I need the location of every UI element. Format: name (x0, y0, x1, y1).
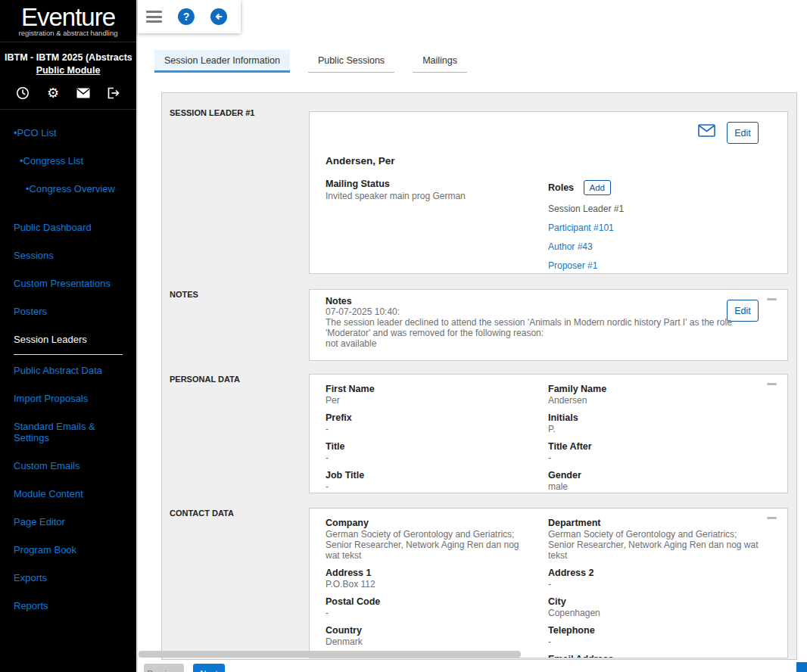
sidebar-item-custom-presentations[interactable]: Custom Presentations (0, 269, 136, 297)
scrollbar-corner-thumb[interactable] (796, 662, 807, 672)
field-value: Per (326, 395, 534, 406)
field-label: Prefix (326, 412, 534, 423)
field-label: Title (326, 441, 534, 452)
field-value: Denmark (326, 636, 534, 647)
session-leader-name: Andersen, Per (326, 155, 395, 166)
sidebar-item-program-book[interactable]: Program Book (0, 536, 136, 564)
field-value: German Society of Gerontology and Geriat… (326, 529, 534, 561)
mailing-status-label: Mailing Status (326, 179, 466, 189)
field-label: Department (548, 518, 762, 528)
signout-icon[interactable] (107, 86, 120, 100)
gear-icon[interactable]: ⚙ (46, 86, 60, 100)
sidebar-item-pco-list[interactable]: PCO List (0, 119, 136, 147)
field-label: Title After (548, 441, 762, 452)
field-value: male (548, 481, 762, 492)
sidebar-item-module-content[interactable]: Module Content (0, 480, 136, 508)
clock-icon[interactable] (16, 86, 30, 100)
edit-session-leader-button[interactable]: Edit (727, 122, 759, 144)
next-button[interactable]: Next (193, 664, 225, 672)
public-module-link[interactable]: Public Module (36, 65, 101, 76)
section-heading-contact-data: CONTACT DATA (170, 509, 234, 518)
field-value: - (326, 453, 534, 463)
back-button[interactable] (210, 8, 227, 25)
notes-reason: not available (326, 338, 763, 349)
sidebar-nav: PCO List Congress List Congress Overview… (0, 110, 136, 620)
field-label: City (548, 596, 762, 607)
previous-button[interactable]: Previous (144, 664, 184, 672)
top-toolbar: ? (138, 0, 241, 33)
collapse-icon[interactable] (767, 517, 777, 519)
role-participant-link[interactable]: Participant #101 (548, 222, 624, 233)
field-label: Country (326, 625, 534, 636)
field-label: Initials (548, 412, 762, 423)
sidebar-item-session-leaders[interactable]: Session Leaders (0, 325, 136, 353)
personal-data-card: First NamePer Prefix- Title- Job Title- … (309, 374, 788, 493)
sidebar-item-page-editor[interactable]: Page Editor (0, 508, 136, 536)
field-value: Andersen (548, 395, 762, 406)
sidebar-item-posters[interactable]: Posters (0, 297, 136, 325)
field-value: Copenhagen (548, 608, 762, 618)
arrow-left-icon (213, 11, 224, 22)
mailing-status-value: Invited speaker main prog German (326, 191, 466, 201)
field-value: P.O.Box 112 (326, 579, 534, 590)
sidebar: Eventure registration & abstract handlin… (0, 0, 136, 672)
field-value: - (548, 636, 762, 647)
sidebar-item-public-abstract-data[interactable]: Public Abstract Data (0, 356, 136, 384)
add-role-button[interactable]: Add (584, 180, 611, 195)
sidebar-item-reports[interactable]: Reports (0, 592, 136, 620)
notes-timestamp: 07-07-2025 10:40: (326, 306, 763, 317)
collapse-icon[interactable] (767, 298, 777, 300)
field-label: Email Address (548, 654, 762, 658)
logo-title: Eventure (0, 5, 136, 30)
roles-label: Roles (548, 182, 574, 193)
session-leader-card: Edit Andersen, Per Mailing Status Invite… (309, 111, 788, 274)
field-value: - (326, 481, 534, 492)
notes-body: The session leader declined to attend th… (326, 317, 763, 338)
app-logo: Eventure registration & abstract handlin… (0, 0, 136, 42)
horizontal-scrollbar-thumb[interactable] (139, 651, 521, 658)
field-label: Gender (548, 470, 762, 481)
collapse-icon[interactable] (767, 383, 777, 385)
field-label: First Name (326, 384, 534, 394)
field-label: Job Title (326, 470, 534, 481)
field-value: - (326, 608, 534, 618)
sidebar-item-congress-overview[interactable]: Congress Overview (0, 175, 136, 203)
field-value: - (548, 579, 762, 590)
sidebar-item-exports[interactable]: Exports (0, 564, 136, 592)
congress-title: IBTM - IBTM 2025 (Abstracts & Par... (5, 52, 132, 63)
active-item-underline (14, 354, 123, 355)
sidebar-item-standard-emails-settings[interactable]: Standard Emails & Settings (0, 412, 136, 452)
main-panel: SESSION LEADER #1 NOTES PERSONAL DATA CO… (161, 92, 797, 660)
field-label: Address 1 (326, 568, 534, 578)
tab-bar: Session Leader Information Public Sessio… (154, 50, 467, 73)
field-label: Company (326, 518, 534, 528)
sidebar-item-congress-list[interactable]: Congress List (0, 147, 136, 175)
field-value: - (548, 453, 762, 463)
role-proposer-link[interactable]: Proposer #1 (548, 260, 624, 271)
field-label: Postal Code (326, 596, 534, 607)
send-email-icon[interactable] (698, 124, 715, 140)
help-button[interactable]: ? (178, 8, 195, 25)
tab-mailings[interactable]: Mailings (413, 50, 467, 73)
section-heading-notes: NOTES (170, 290, 198, 299)
hamburger-menu-icon[interactable] (146, 11, 162, 23)
mail-icon[interactable] (76, 86, 90, 100)
sidebar-item-public-dashboard[interactable]: Public Dashboard (0, 213, 136, 241)
section-heading-personal-data: PERSONAL DATA (170, 375, 240, 384)
content-left-scroll-strip (136, 0, 138, 672)
field-value: - (326, 424, 534, 434)
notes-title: Notes (326, 296, 763, 306)
tab-session-leader-information[interactable]: Session Leader Information (154, 50, 290, 73)
field-label: Address 2 (548, 568, 762, 578)
field-value: P. (548, 424, 762, 434)
role-author-link[interactable]: Author #43 (548, 241, 624, 252)
logo-subtitle: registration & abstract handling (0, 29, 136, 37)
sidebar-item-custom-emails[interactable]: Custom Emails (0, 452, 136, 480)
section-heading-session-leader: SESSION LEADER #1 (170, 108, 254, 117)
field-value: German Society of Gerontology and Geriat… (548, 529, 762, 561)
notes-card: Edit Notes 07-07-2025 10:40: The session… (309, 289, 788, 361)
sidebar-item-sessions[interactable]: Sessions (0, 241, 136, 269)
role-session-leader: Session Leader #1 (548, 204, 624, 214)
tab-public-sessions[interactable]: Public Sessions (308, 50, 394, 73)
sidebar-item-import-proposals[interactable]: Import Proposals (0, 384, 136, 412)
